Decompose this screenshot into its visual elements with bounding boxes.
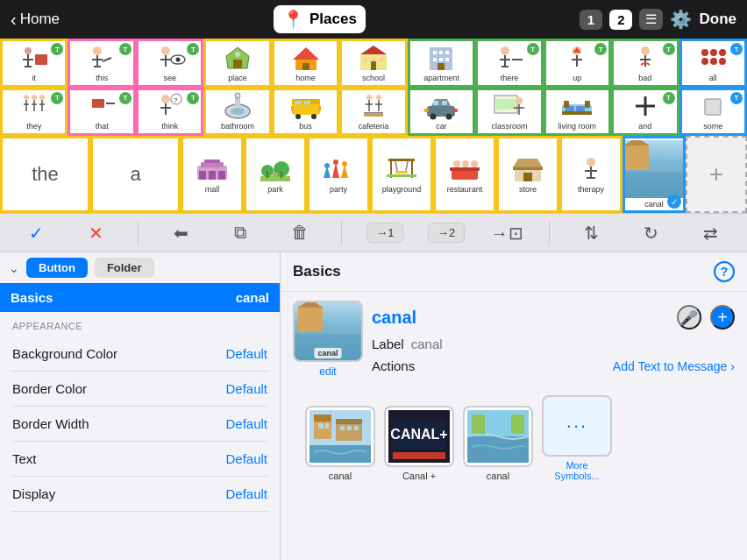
- symbol-box-more: ···: [542, 395, 612, 457]
- svg-point-141: [462, 160, 469, 167]
- svg-line-11: [103, 58, 111, 61]
- this-label: this: [96, 74, 108, 82]
- grid-cell-playground[interactable]: playground: [370, 136, 433, 213]
- and-icon: [629, 92, 662, 120]
- grid-cell-think[interactable]: T ? think: [136, 88, 203, 137]
- grid-cell-bus[interactable]: bus: [272, 88, 339, 137]
- grid-cell-a[interactable]: a: [90, 136, 181, 213]
- grid-cell-canal[interactable]: ✓ canal: [622, 136, 686, 213]
- add-icon: +: [709, 160, 723, 188]
- book-icon-button[interactable]: ☰: [639, 9, 663, 30]
- grid-cell-see[interactable]: T see: [136, 39, 203, 88]
- grid-cell-restaurant[interactable]: restaurant: [433, 136, 496, 213]
- copy-button[interactable]: ⧉: [223, 217, 258, 249]
- done-button[interactable]: Done: [699, 11, 736, 28]
- grid-cell-all[interactable]: T all: [679, 39, 747, 88]
- grid-cell-they[interactable]: T they: [0, 88, 68, 137]
- svg-point-140: [453, 160, 460, 167]
- setting-row-border-color[interactable]: Border Color Default: [12, 372, 267, 407]
- check-button[interactable]: ✓: [19, 217, 54, 249]
- help-button[interactable]: ?: [714, 261, 735, 282]
- tag-t-this: T: [119, 43, 132, 55]
- canal-name-text: canal: [372, 308, 416, 328]
- a-label: a: [130, 163, 140, 186]
- grid-cell-therapy[interactable]: therapy: [559, 136, 622, 213]
- grid-cell-school[interactable]: school: [339, 39, 407, 88]
- nav-back-button[interactable]: ‹ Home: [11, 10, 60, 30]
- they-icon: [18, 92, 51, 120]
- page-1-button[interactable]: 1: [580, 10, 602, 30]
- grid-cell-this[interactable]: T this: [68, 39, 135, 88]
- symbol-item-more[interactable]: ··· MoreSymbols...: [542, 395, 612, 481]
- canal-edit-link[interactable]: edit: [319, 365, 336, 378]
- tab-folder[interactable]: Folder: [95, 258, 154, 278]
- grid-cell-home[interactable]: home: [272, 39, 339, 88]
- grid-cell-park[interactable]: park: [244, 136, 307, 213]
- svg-rect-100: [496, 99, 516, 110]
- therapy-label: therapy: [578, 185, 604, 194]
- trash-button[interactable]: 🗑: [282, 217, 317, 249]
- bus-label: bus: [299, 122, 312, 131]
- setting-row-text[interactable]: Text Default: [12, 442, 267, 477]
- symbol-item-canal-1[interactable]: canal: [305, 406, 375, 481]
- grid-cell-there[interactable]: T there: [475, 39, 543, 88]
- add-text-message-button[interactable]: Add Text to Message ›: [613, 359, 735, 373]
- add-cell-button[interactable]: +: [686, 136, 747, 213]
- svg-rect-123: [281, 171, 282, 178]
- refresh-button[interactable]: ↻: [633, 217, 668, 249]
- nav-title: 📍 Places: [274, 5, 366, 33]
- symbol-item-canal-plus[interactable]: CANAL+ Canal +: [384, 406, 454, 481]
- mic-button[interactable]: 🎤: [677, 305, 701, 330]
- label-input[interactable]: [411, 337, 578, 351]
- place-label: place: [228, 74, 247, 82]
- grid-cell-the[interactable]: the: [0, 136, 90, 213]
- setting-row-background[interactable]: Background Color Default: [12, 337, 267, 372]
- symbol-label-canal-plus: Canal +: [402, 471, 436, 481]
- left-panel-header: ⌄ Button Folder: [0, 252, 280, 283]
- x-button[interactable]: ✕: [79, 217, 114, 249]
- grid-cell-classroom[interactable]: classroom: [475, 88, 543, 137]
- cafeteria-icon: [357, 92, 390, 120]
- page-2-button[interactable]: 2: [609, 10, 632, 30]
- grid-cell-party[interactable]: party: [307, 136, 370, 213]
- add-symbol-button[interactable]: +: [710, 305, 735, 330]
- it-label: it: [32, 74, 36, 82]
- arrow-2-button[interactable]: →2: [428, 223, 465, 243]
- sort-button[interactable]: ⇅: [574, 217, 609, 249]
- grid-cell-it[interactable]: T it: [0, 39, 68, 88]
- grid-cell-some[interactable]: T some: [679, 88, 747, 137]
- grid-cell-car[interactable]: car: [408, 88, 475, 137]
- canal-name-row: canal 🎤 +: [372, 305, 735, 330]
- grid-cell-living-room[interactable]: living room: [544, 88, 611, 137]
- swap-button[interactable]: ⇄: [693, 217, 728, 249]
- grid-cell-up[interactable]: T up: [544, 39, 611, 88]
- grid-cell-and[interactable]: T and: [611, 88, 679, 137]
- tab-button[interactable]: Button: [26, 258, 88, 278]
- actions-row: Actions Add Text to Message ›: [372, 358, 735, 373]
- grid-cell-place[interactable]: place: [203, 39, 271, 88]
- bad-icon: [629, 44, 662, 72]
- grid-cell-bathroom[interactable]: bathroom: [203, 88, 271, 137]
- setting-row-border-width[interactable]: Border Width Default: [12, 407, 267, 442]
- grid-cell-mall[interactable]: mall: [181, 136, 244, 213]
- chevron-down-icon[interactable]: ⌄: [9, 261, 19, 275]
- svg-rect-124: [273, 173, 278, 176]
- grid-cell-apartment[interactable]: apartment: [408, 39, 475, 88]
- arrow-1-button[interactable]: →1: [366, 223, 403, 243]
- svg-point-84: [366, 95, 372, 100]
- grid-cell-store[interactable]: store: [496, 136, 559, 213]
- arrow-box-button[interactable]: →⊡: [489, 217, 524, 249]
- svg-point-52: [701, 58, 708, 65]
- grid-cell-that[interactable]: T that: [68, 88, 135, 137]
- toolbar: ✓ ✕ ⬅ ⧉ 🗑 →1 →2 →⊡ ⇅ ↻ ⇄: [0, 214, 747, 252]
- import-button[interactable]: ⬅: [163, 217, 198, 249]
- svg-rect-160: [347, 426, 352, 430]
- text-label: Text: [12, 451, 37, 466]
- classroom-label: classroom: [491, 122, 527, 131]
- grid-cell-cafeteria[interactable]: cafeteria: [339, 88, 407, 137]
- setting-row-display[interactable]: Display Default: [12, 477, 267, 512]
- settings-gear-button[interactable]: ⚙️: [670, 9, 692, 30]
- border-width-value: Default: [225, 416, 267, 431]
- grid-cell-bad[interactable]: T bad: [611, 39, 679, 88]
- symbol-item-canal-2[interactable]: canal: [463, 406, 533, 481]
